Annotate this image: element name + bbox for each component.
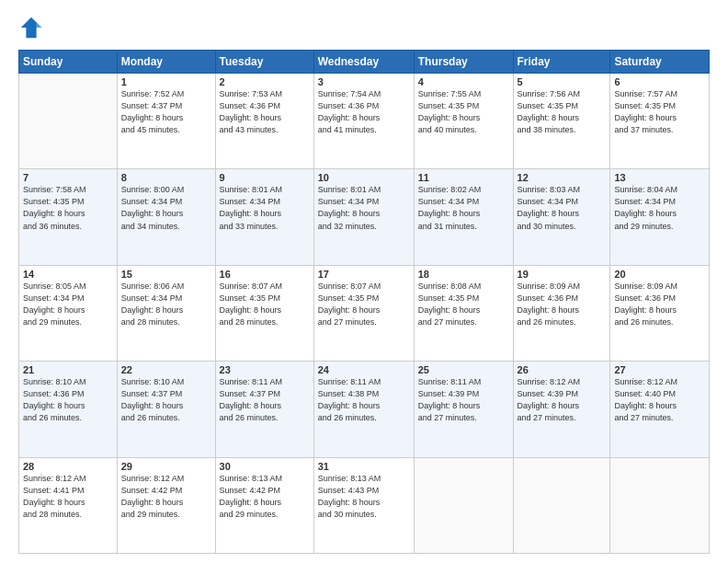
day-number: 1 <box>121 76 211 87</box>
day-info: Sunrise: 7:56 AM Sunset: 4:35 PM Dayligh… <box>518 88 607 136</box>
weekday-header-friday: Friday <box>513 51 610 74</box>
weekday-header-wednesday: Wednesday <box>313 51 414 74</box>
day-number: 10 <box>318 172 410 183</box>
day-number: 18 <box>418 269 509 280</box>
day-cell <box>414 457 513 553</box>
day-cell: 10Sunrise: 8:01 AM Sunset: 4:34 PM Dayli… <box>313 169 414 265</box>
day-number: 7 <box>23 172 113 183</box>
day-cell: 20Sunrise: 8:09 AM Sunset: 4:36 PM Dayli… <box>610 265 710 361</box>
day-cell: 5Sunrise: 7:56 AM Sunset: 4:35 PM Daylig… <box>513 74 610 169</box>
day-info: Sunrise: 8:12 AM Sunset: 4:42 PM Dayligh… <box>121 473 211 521</box>
week-row-2: 7Sunrise: 7:58 AM Sunset: 4:35 PM Daylig… <box>19 169 710 265</box>
weekday-header-tuesday: Tuesday <box>215 51 313 74</box>
calendar: SundayMondayTuesdayWednesdayThursdayFrid… <box>18 50 710 554</box>
day-info: Sunrise: 7:53 AM Sunset: 4:36 PM Dayligh… <box>220 88 310 136</box>
day-cell: 26Sunrise: 8:12 AM Sunset: 4:39 PM Dayli… <box>513 362 610 457</box>
day-info: Sunrise: 8:11 AM Sunset: 4:38 PM Dayligh… <box>318 376 410 424</box>
day-info: Sunrise: 8:08 AM Sunset: 4:35 PM Dayligh… <box>418 281 509 328</box>
day-cell: 16Sunrise: 8:07 AM Sunset: 4:35 PM Dayli… <box>215 265 313 361</box>
day-cell: 24Sunrise: 8:11 AM Sunset: 4:38 PM Dayli… <box>313 362 414 457</box>
week-row-5: 28Sunrise: 8:12 AM Sunset: 4:41 PM Dayli… <box>19 457 710 553</box>
logo <box>18 15 48 40</box>
day-cell: 30Sunrise: 8:13 AM Sunset: 4:42 PM Dayli… <box>215 457 313 553</box>
svg-marker-1 <box>37 22 42 28</box>
weekday-header-sunday: Sunday <box>19 51 118 74</box>
day-number: 29 <box>121 461 211 472</box>
day-cell: 8Sunrise: 8:00 AM Sunset: 4:34 PM Daylig… <box>117 169 215 265</box>
day-cell: 3Sunrise: 7:54 AM Sunset: 4:36 PM Daylig… <box>313 74 414 169</box>
day-number: 30 <box>220 461 310 472</box>
day-number: 25 <box>418 364 509 375</box>
day-info: Sunrise: 8:00 AM Sunset: 4:34 PM Dayligh… <box>121 184 211 232</box>
day-number: 2 <box>220 76 310 87</box>
day-info: Sunrise: 8:04 AM Sunset: 4:34 PM Dayligh… <box>614 184 705 232</box>
day-number: 6 <box>614 76 705 87</box>
day-info: Sunrise: 8:01 AM Sunset: 4:34 PM Dayligh… <box>318 184 410 232</box>
day-cell: 9Sunrise: 8:01 AM Sunset: 4:34 PM Daylig… <box>215 169 313 265</box>
day-cell: 31Sunrise: 8:13 AM Sunset: 4:43 PM Dayli… <box>313 457 414 553</box>
day-cell: 25Sunrise: 8:11 AM Sunset: 4:39 PM Dayli… <box>414 362 513 457</box>
day-cell: 7Sunrise: 7:58 AM Sunset: 4:35 PM Daylig… <box>19 169 118 265</box>
day-info: Sunrise: 8:10 AM Sunset: 4:36 PM Dayligh… <box>23 376 113 424</box>
day-number: 24 <box>318 364 410 375</box>
weekday-header-row: SundayMondayTuesdayWednesdayThursdayFrid… <box>19 51 710 74</box>
day-number: 5 <box>518 76 607 87</box>
header <box>18 15 710 40</box>
day-cell: 11Sunrise: 8:02 AM Sunset: 4:34 PM Dayli… <box>414 169 513 265</box>
day-cell <box>513 457 610 553</box>
day-info: Sunrise: 8:11 AM Sunset: 4:39 PM Dayligh… <box>418 376 509 424</box>
weekday-header-saturday: Saturday <box>610 51 710 74</box>
day-info: Sunrise: 8:10 AM Sunset: 4:37 PM Dayligh… <box>121 376 211 424</box>
day-info: Sunrise: 8:07 AM Sunset: 4:35 PM Dayligh… <box>318 281 410 328</box>
day-info: Sunrise: 8:12 AM Sunset: 4:41 PM Dayligh… <box>23 473 113 521</box>
day-cell: 22Sunrise: 8:10 AM Sunset: 4:37 PM Dayli… <box>117 362 215 457</box>
day-number: 4 <box>418 76 509 87</box>
day-number: 8 <box>121 172 211 183</box>
day-info: Sunrise: 8:12 AM Sunset: 4:39 PM Dayligh… <box>518 376 607 424</box>
day-info: Sunrise: 8:01 AM Sunset: 4:34 PM Dayligh… <box>220 184 310 232</box>
day-info: Sunrise: 8:07 AM Sunset: 4:35 PM Dayligh… <box>220 281 310 328</box>
day-info: Sunrise: 8:09 AM Sunset: 4:36 PM Dayligh… <box>518 281 607 328</box>
day-number: 26 <box>518 364 607 375</box>
day-cell: 2Sunrise: 7:53 AM Sunset: 4:36 PM Daylig… <box>215 74 313 169</box>
day-info: Sunrise: 7:58 AM Sunset: 4:35 PM Dayligh… <box>23 184 113 232</box>
day-info: Sunrise: 8:05 AM Sunset: 4:34 PM Dayligh… <box>23 281 113 328</box>
day-cell: 15Sunrise: 8:06 AM Sunset: 4:34 PM Dayli… <box>117 265 215 361</box>
day-info: Sunrise: 7:52 AM Sunset: 4:37 PM Dayligh… <box>121 88 211 136</box>
day-cell: 1Sunrise: 7:52 AM Sunset: 4:37 PM Daylig… <box>117 74 215 169</box>
day-cell: 28Sunrise: 8:12 AM Sunset: 4:41 PM Dayli… <box>19 457 118 553</box>
week-row-1: 1Sunrise: 7:52 AM Sunset: 4:37 PM Daylig… <box>19 74 710 169</box>
day-info: Sunrise: 8:11 AM Sunset: 4:37 PM Dayligh… <box>220 376 310 424</box>
day-info: Sunrise: 8:06 AM Sunset: 4:34 PM Dayligh… <box>121 281 211 328</box>
day-cell: 13Sunrise: 8:04 AM Sunset: 4:34 PM Dayli… <box>610 169 710 265</box>
page: SundayMondayTuesdayWednesdayThursdayFrid… <box>0 0 728 563</box>
day-number: 22 <box>121 364 211 375</box>
day-cell: 29Sunrise: 8:12 AM Sunset: 4:42 PM Dayli… <box>117 457 215 553</box>
week-row-4: 21Sunrise: 8:10 AM Sunset: 4:36 PM Dayli… <box>19 362 710 457</box>
day-number: 20 <box>614 269 705 280</box>
weekday-header-thursday: Thursday <box>414 51 513 74</box>
day-number: 14 <box>23 269 113 280</box>
day-number: 9 <box>220 172 310 183</box>
day-cell: 18Sunrise: 8:08 AM Sunset: 4:35 PM Dayli… <box>414 265 513 361</box>
day-cell: 19Sunrise: 8:09 AM Sunset: 4:36 PM Dayli… <box>513 265 610 361</box>
week-row-3: 14Sunrise: 8:05 AM Sunset: 4:34 PM Dayli… <box>19 265 710 361</box>
day-cell: 12Sunrise: 8:03 AM Sunset: 4:34 PM Dayli… <box>513 169 610 265</box>
day-number: 19 <box>518 269 607 280</box>
day-number: 27 <box>614 364 705 375</box>
day-cell <box>19 74 118 169</box>
logo-icon <box>18 15 44 40</box>
day-cell: 4Sunrise: 7:55 AM Sunset: 4:35 PM Daylig… <box>414 74 513 169</box>
day-number: 12 <box>518 172 607 183</box>
day-info: Sunrise: 8:02 AM Sunset: 4:34 PM Dayligh… <box>418 184 509 232</box>
day-number: 16 <box>220 269 310 280</box>
day-info: Sunrise: 8:09 AM Sunset: 4:36 PM Dayligh… <box>614 281 705 328</box>
day-number: 23 <box>220 364 310 375</box>
day-info: Sunrise: 8:12 AM Sunset: 4:40 PM Dayligh… <box>614 376 705 424</box>
day-number: 15 <box>121 269 211 280</box>
day-info: Sunrise: 7:57 AM Sunset: 4:35 PM Dayligh… <box>614 88 705 136</box>
day-number: 28 <box>23 461 113 472</box>
day-info: Sunrise: 7:54 AM Sunset: 4:36 PM Dayligh… <box>318 88 410 136</box>
day-cell: 14Sunrise: 8:05 AM Sunset: 4:34 PM Dayli… <box>19 265 118 361</box>
day-cell: 27Sunrise: 8:12 AM Sunset: 4:40 PM Dayli… <box>610 362 710 457</box>
